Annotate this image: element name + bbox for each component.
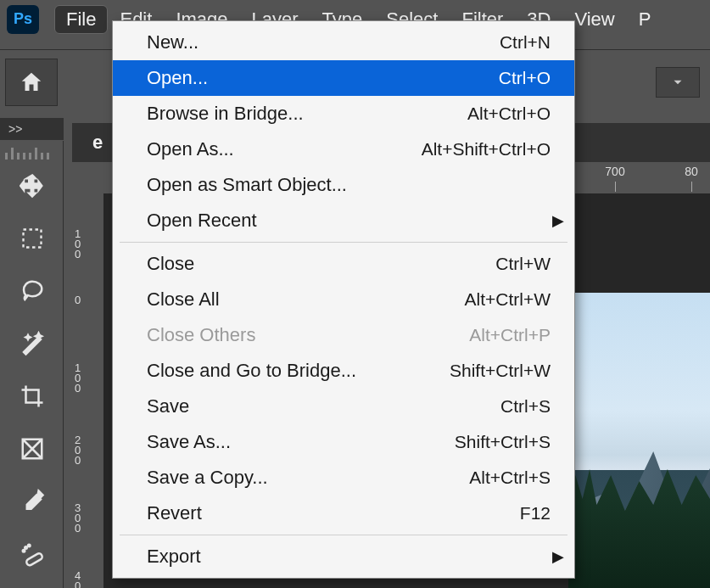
chevron-down-icon [670,75,685,90]
menu-item-open-smart[interactable]: Open as Smart Object... [113,167,574,203]
menu-item-label: Open Recent [147,210,551,232]
menu-item-label: Close All [147,288,464,311]
menu-item-new[interactable]: New... Ctrl+N [113,25,574,60]
tool-strip [0,141,64,588]
vertical-ruler: 100 0 100 200 300 40 [72,193,103,588]
menu-item-label: Open As... [147,138,422,160]
menu-item-label: Close and Go to Bridge... [147,360,450,382]
menu-truncated[interactable]: P [627,5,663,34]
brush-tool[interactable] [0,580,64,588]
menu-item-shortcut: Alt+Ctrl+O [467,104,551,124]
menu-separator [120,242,567,243]
app-logo[interactable]: Ps [7,5,39,34]
menu-item-shortcut: Ctrl+N [500,32,551,53]
menu-item-close-all[interactable]: Close All Alt+Ctrl+W [113,282,574,317]
menu-separator [120,535,567,535]
menu-item-save-copy[interactable]: Save a Copy... Alt+Ctrl+S [113,460,574,496]
menu-item-shortcut: Alt+Shift+Ctrl+O [422,139,551,160]
menu-item-shortcut: Alt+Ctrl+W [464,289,551,310]
ruler-label: 80 [685,165,698,178]
options-dropdown[interactable] [656,67,700,98]
svg-point-4 [28,545,31,547]
home-button[interactable] [5,59,58,106]
crop-tool[interactable] [0,370,64,423]
menu-item-label: Close Others [147,324,469,346]
menu-item-open-as[interactable]: Open As... Alt+Shift+Ctrl+O [113,132,574,167]
ruler-label: 300 [75,503,98,534]
frame-tool[interactable] [0,423,64,475]
expand-tools-button[interactable]: >> [0,118,64,140]
marquee-tool[interactable] [0,212,64,265]
ruler-label: 700 [605,165,624,178]
app-logo-text: Ps [14,10,32,28]
svg-point-3 [25,546,27,549]
menu-item-label: Open... [147,67,499,89]
menu-item-export[interactable]: Export ▶ [113,539,574,574]
file-menu-dropdown: New... Ctrl+N Open... Ctrl+O Browse in B… [112,20,575,579]
ruler-label: 100 [75,229,98,260]
menu-item-label: Save [147,395,500,417]
menu-item-shortcut: F12 [520,503,551,524]
menu-item-shortcut: Alt+Ctrl+S [469,468,551,488]
menu-item-shortcut: Ctrl+W [495,254,551,274]
menu-item-shortcut: Ctrl+S [500,396,551,417]
move-tool[interactable] [0,160,64,212]
menu-item-open[interactable]: Open... Ctrl+O [113,60,574,96]
menu-item-label: Revert [147,502,520,524]
svg-rect-2 [25,552,42,566]
menu-file[interactable]: File [54,5,108,34]
menu-item-close-others: Close Others Alt+Ctrl+P [113,317,574,353]
lasso-tool[interactable] [0,265,64,317]
svg-rect-0 [23,230,41,248]
menu-item-label: Browse in Bridge... [147,103,467,125]
svg-point-5 [22,550,25,552]
menu-item-shortcut: Shift+Ctrl+S [455,432,551,452]
menu-item-close-bridge[interactable]: Close and Go to Bridge... Shift+Ctrl+W [113,353,574,389]
eyedropper-tool[interactable] [0,475,64,528]
menu-item-label: Save a Copy... [147,467,469,489]
menu-item-revert[interactable]: Revert F12 [113,496,574,531]
submenu-arrow-icon: ▶ [552,547,564,566]
ruler-label: 40 [75,571,98,588]
menu-item-shortcut: Alt+Ctrl+P [469,325,551,345]
ruler-label: 100 [75,363,98,394]
menu-item-save[interactable]: Save Ctrl+S [113,389,574,424]
magic-wand-tool[interactable] [0,317,64,370]
menu-item-shortcut: Ctrl+O [499,68,551,88]
menu-item-label: New... [147,31,500,53]
menu-item-label: Open as Smart Object... [147,174,551,196]
ruler-label: 0 [75,295,98,305]
menu-item-shortcut: Shift+Ctrl+W [450,361,551,381]
submenu-arrow-icon: ▶ [552,211,564,230]
menu-item-close[interactable]: Close Ctrl+W [113,246,574,282]
ruler-frag-icon [5,144,56,156]
menu-item-label: Close [147,253,495,275]
healing-brush-tool[interactable] [0,528,64,580]
home-icon [17,70,46,95]
menu-item-browse-bridge[interactable]: Browse in Bridge... Alt+Ctrl+O [113,96,574,132]
menu-item-label: Export [147,546,551,568]
menu-item-save-as[interactable]: Save As... Shift+Ctrl+S [113,424,574,460]
menu-item-label: Save As... [147,431,455,453]
ruler-label: 200 [75,435,98,466]
menu-item-open-recent[interactable]: Open Recent ▶ [113,203,574,238]
